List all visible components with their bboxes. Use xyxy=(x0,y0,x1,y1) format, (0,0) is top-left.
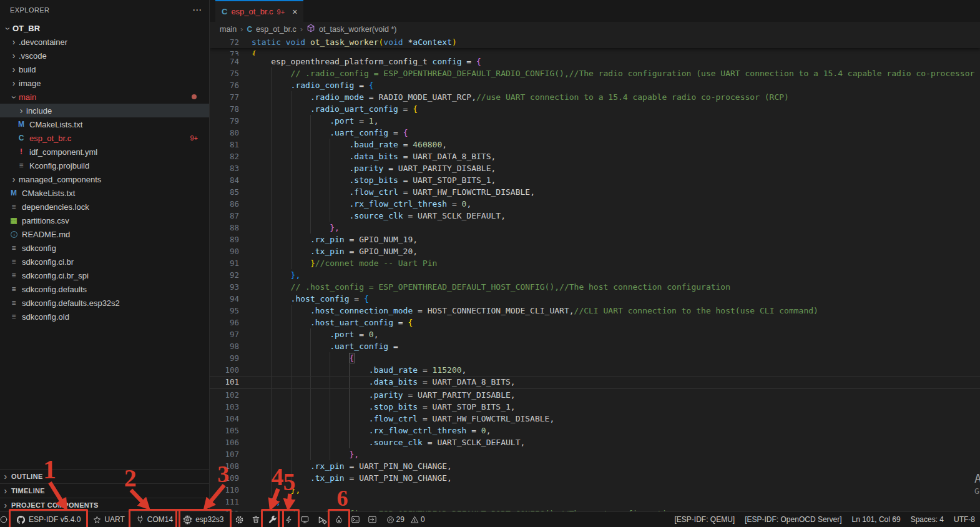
tree-item-managed-components[interactable]: ›managed_components xyxy=(0,172,209,186)
section-label: OUTLINE xyxy=(11,473,43,480)
status-full-clean[interactable] xyxy=(248,512,263,527)
line-number: 88 xyxy=(210,222,239,234)
chevron-right-icon: › xyxy=(300,24,303,34)
tree-item-partitions-csv[interactable]: ▦partitions.csv xyxy=(0,214,209,227)
tree-item-build[interactable]: ›build xyxy=(0,62,209,76)
ellipsis-icon[interactable]: ⋯ xyxy=(192,4,202,16)
wrench-icon xyxy=(268,515,277,525)
tab-esp-ot-br[interactable]: C esp_ot_br.c 9+ × xyxy=(215,0,303,22)
tree-item-label: build xyxy=(19,65,36,74)
tree-item--devcontainer[interactable]: ›.devcontainer xyxy=(0,35,209,49)
warning-count: 0 xyxy=(421,515,425,524)
explorer-header: EXPLORER ⋯ xyxy=(0,0,209,20)
status-problems[interactable]: 290 xyxy=(383,512,429,527)
status-encoding[interactable]: UTF-8 xyxy=(949,512,980,527)
readme-info-icon xyxy=(9,230,19,239)
code-viewport[interactable]: 72static void ot_task_worker(void *aCont… xyxy=(210,36,980,512)
tree-item-ot-br[interactable]: ›OT_BR xyxy=(0,21,209,35)
section-outline[interactable]: ›OUTLINE xyxy=(0,469,209,483)
status-esp-idf-qemu[interactable]: [ESP-IDF: QEMU] xyxy=(670,512,740,527)
tree-item-cmakelists-txt[interactable]: MCMakeLists.txt xyxy=(0,186,209,200)
status-debug[interactable] xyxy=(314,512,330,527)
tree-item--vscode[interactable]: ›.vscode xyxy=(0,49,209,62)
error-count: 29 xyxy=(396,515,404,524)
status-bar: ESP-IDF v5.4.0UARTCOM14esp32s3290 [ESP-I… xyxy=(0,511,980,527)
tree-item-sdkconfig-defaults[interactable]: ≡sdkconfig.defaults xyxy=(0,282,209,296)
code-line-92: 92}, xyxy=(210,269,980,281)
section-project-components[interactable]: ›PROJECT COMPONENTS xyxy=(0,498,209,512)
line-number: 74 xyxy=(210,56,239,67)
list-file-icon: ≡ xyxy=(16,161,26,170)
chevron-right-icon: › xyxy=(9,37,19,47)
tree-item-label: CMakeLists.txt xyxy=(29,120,82,129)
line-number: 95 xyxy=(210,305,239,317)
status-build-flash-monitor[interactable] xyxy=(331,512,346,527)
tree-item-sdkconfig[interactable]: ≡sdkconfig xyxy=(0,241,209,255)
code-line-111: 111}, xyxy=(210,496,980,508)
close-icon[interactable]: × xyxy=(292,7,297,17)
status-cursor-position[interactable]: Ln 101, Col 69 xyxy=(847,512,906,527)
breadcrumb-symbol[interactable]: ot_task_worker(void *) xyxy=(319,25,396,34)
section-timeline[interactable]: ›TIMELINE xyxy=(0,483,209,498)
csv-file-icon: ▦ xyxy=(9,216,19,225)
tree-item-image[interactable]: ›image xyxy=(0,76,209,90)
chip-icon xyxy=(183,515,192,525)
tree-item-idf-component-yml[interactable]: !idf_component.yml xyxy=(0,145,209,159)
notification-ghost-text: Ac Go xyxy=(974,471,980,496)
tree-item-sdkconfig-defaults-esp32s2[interactable]: ≡sdkconfig.defaults.esp32s2 xyxy=(0,296,209,310)
circle-icon xyxy=(0,515,8,524)
status-label: ESP-IDF v5.4.0 xyxy=(29,515,81,524)
error-icon xyxy=(386,516,394,524)
line-number: 89 xyxy=(210,234,239,245)
tree-item-cmakelists-txt[interactable]: MCMakeLists.txt xyxy=(0,117,209,131)
cmake-file-icon: M xyxy=(16,120,26,129)
chevron-down-icon: › xyxy=(9,92,19,102)
tree-item-esp-ot-br-c[interactable]: Cesp_ot_br.c9+ xyxy=(0,131,209,145)
line-number: 97 xyxy=(210,328,239,340)
tree-item-include[interactable]: ›include xyxy=(0,104,209,117)
status-build[interactable] xyxy=(265,512,280,527)
tree-item-label: partitions.csv xyxy=(22,216,69,225)
status-device-target[interactable]: esp32s3 xyxy=(179,512,227,527)
status-open-idf-terminal[interactable] xyxy=(365,512,380,527)
status-indentation[interactable]: Spaces: 4 xyxy=(906,512,949,527)
monitor-icon xyxy=(300,515,310,524)
code-line-98: 98.uart_config = xyxy=(210,340,980,352)
tree-item-main[interactable]: ›main xyxy=(0,90,209,104)
status-bar-right: [ESP-IDF: QEMU][ESP-IDF: OpenOCD Server]… xyxy=(670,512,980,527)
line-number: 111 xyxy=(210,496,239,508)
code-line-97: 97.port = 0, xyxy=(210,328,980,340)
breadcrumb-folder[interactable]: main xyxy=(220,25,237,34)
status-serial-port[interactable]: COM14 xyxy=(132,512,177,527)
status-settings[interactable] xyxy=(232,512,247,527)
chevron-right-icon: › xyxy=(9,78,19,88)
code-line-90: 90.tx_pin = GPIO_NUM_20, xyxy=(210,245,980,257)
line-number: 106 xyxy=(210,436,239,448)
tree-item-sdkconfig-old[interactable]: ≡sdkconfig.old xyxy=(0,310,209,323)
status-monitor[interactable] xyxy=(297,512,313,527)
line-number: 87 xyxy=(210,210,239,222)
tree-item-dependencies-lock[interactable]: ≡dependencies.lock xyxy=(0,200,209,214)
code-line-86: 86.rx_flow_ctrl_thresh = 0, xyxy=(210,198,980,210)
tree-item-sdkconfig-ci-br[interactable]: ≡sdkconfig.ci.br xyxy=(0,255,209,268)
status-flash[interactable] xyxy=(282,512,296,527)
line-number: 80 xyxy=(210,127,239,139)
status-esp-idf-openocd[interactable]: [ESP-IDF: OpenOCD Server] xyxy=(740,512,846,527)
tree-item-readme-md[interactable]: README.md xyxy=(0,227,209,241)
status-esp-idf-version[interactable]: ESP-IDF v5.4.0 xyxy=(12,512,84,527)
modified-dot-badge xyxy=(192,94,197,99)
status-remote-indicator[interactable] xyxy=(0,512,11,527)
line-number: 77 xyxy=(210,91,239,103)
code-line-89: 89.rx_pin = GPIO_NUM_19, xyxy=(210,234,980,245)
status-label: [ESP-IDF: QEMU] xyxy=(675,515,735,524)
code-line-75: 75// .radio_config = ESP_OPENTHREAD_DEFA… xyxy=(210,67,980,79)
breadcrumb-file[interactable]: esp_ot_br.c xyxy=(256,25,296,34)
status-terminal[interactable] xyxy=(348,512,363,527)
list-file-icon: ≡ xyxy=(9,271,19,280)
status-device-target-uart[interactable]: UART xyxy=(89,512,128,527)
chevron-right-icon: › xyxy=(9,174,19,184)
code-line-72: 72static void ot_task_worker(void *aCont… xyxy=(210,36,980,48)
tree-item-kconfig-projbuild[interactable]: ≡Kconfig.projbuild xyxy=(0,159,209,172)
tree-item-sdkconfig-ci-br-spi[interactable]: ≡sdkconfig.ci.br_spi xyxy=(0,268,209,282)
code-lines: 74esp_openthread_platform_config_t confi… xyxy=(210,56,980,512)
